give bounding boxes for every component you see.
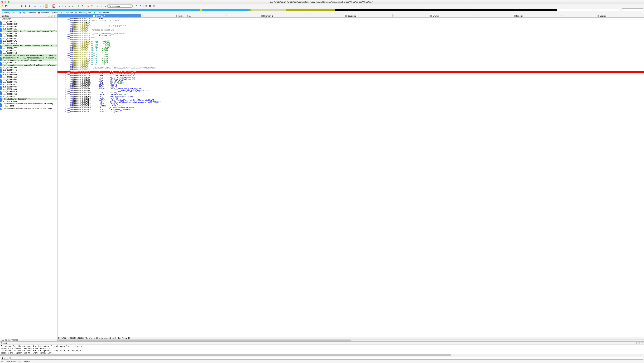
open-icon[interactable]: 📂 — [1, 4, 4, 7]
toolbar-icon[interactable]: ⎌ — [71, 4, 74, 7]
function-row[interactable]: fsub_1005F9260 — [0, 93, 57, 95]
dropdown-icon[interactable]: ▾ — [48, 4, 52, 7]
disasm-line[interactable]: __text:000000010191A374 var_300 = -0x300 — [58, 40, 644, 42]
function-row[interactable]: ftype metadata accessor for OS_dispatch_… — [0, 59, 57, 61]
nav-search-input[interactable] — [622, 8, 643, 11]
disasm-line[interactable]: __text:000000010191A3BC STLRB W22, [X8] — [58, 105, 644, 107]
functions-list[interactable]: fsub_1005F8DA0fsub_1005F8DBCfsub_1005F8D… — [0, 20, 57, 339]
disasm-line[interactable]: __text:000000010191A388 ADD X29, SP, #0x… — [58, 80, 644, 82]
disasm-line[interactable]: __text:000000010191A374 — [58, 69, 644, 71]
disasm-line[interactable]: __text:000000010191A3A8 BL _objc_autorel… — [58, 95, 644, 97]
disasm-line[interactable]: __text:000000010191A374 STP X28, X27, [S… — [58, 71, 644, 73]
disasm-line[interactable]: __text:000000010191A374 var_40 = -0x40 — [58, 55, 644, 57]
function-row[interactable]: fsub_1005F8DA0 — [0, 20, 57, 23]
function-row[interactable]: fsub_1005F8FA0 — [0, 61, 57, 64]
disasm-line[interactable]: __text:000000010191A374 var_58 = -0x58 — [58, 48, 644, 50]
disasm-line[interactable]: __text:000000010191A374 var_30 = -0x30 — [58, 57, 644, 59]
disasm-line[interactable]: __text:000000010191A374 — [58, 38, 644, 40]
function-row[interactable]: fsub_1005F8E0C — [0, 27, 57, 30]
nav-segment[interactable] — [200, 9, 202, 11]
disasm-line[interactable]: __text:000000010191A3CC STR D0, [X23] — [58, 111, 644, 112]
panel-close-icon[interactable]: × — [54, 15, 56, 17]
back-icon[interactable]: ← — [10, 4, 14, 7]
nav-segment[interactable] — [252, 9, 286, 11]
disasm-line[interactable]: __text:000000010191A374 ; Attributes: bp… — [58, 29, 644, 31]
function-row[interactable]: fsub_1005F8DBC — [0, 23, 57, 25]
disasm-line[interactable]: __text:000000010191A394 MOV X21, X0 — [58, 86, 644, 88]
toolbar-icon[interactable]: ⎙ — [33, 4, 36, 7]
function-row[interactable]: fsub_1005F8E60 — [0, 35, 57, 37]
function-row[interactable]: f-[ChartDataEntry description]_3 — [0, 98, 57, 100]
tab[interactable]: ×Enums — [392, 14, 476, 17]
panel-close-icon[interactable]: × — [641, 342, 643, 344]
disasm-line[interactable]: __text:000000010191A390 MOV X20, X1 — [58, 84, 644, 86]
panel-action-icon[interactable]: – — [635, 342, 637, 344]
function-row[interactable]: fsub_1005F8EA0 — [0, 40, 57, 42]
function-row[interactable]: fprotocol witness for ModalDetermination… — [0, 57, 57, 59]
toolbar-icon[interactable]: ▥ — [148, 4, 152, 7]
nav-segment[interactable] — [2, 9, 200, 11]
function-row[interactable]: fsub_1005F8FF4 — [0, 66, 57, 69]
output-hscrollbar[interactable] — [0, 354, 644, 356]
tab-close-icon[interactable]: × — [226, 15, 227, 17]
disassembly-view[interactable]: __text:000000010191A370 RET __text:00000… — [58, 17, 644, 337]
toolbar-icon[interactable]: ⎌ — [64, 4, 67, 7]
maximize-window-button[interactable] — [8, 1, 10, 3]
debugger-select[interactable]: No debugger — [108, 4, 132, 7]
disasm-line[interactable]: __text:000000010191A3C4 ADRL X23, qword_… — [58, 109, 644, 111]
tab[interactable]: ×Pseudocode-A — [141, 14, 225, 17]
close-window-button[interactable] — [2, 1, 3, 3]
disasm-line[interactable]: __text:000000010191A374 var_s0 = 0 — [58, 63, 644, 65]
run-icon[interactable]: ▶ — [96, 4, 99, 7]
tab-close-icon[interactable]: × — [561, 15, 562, 17]
tab[interactable]: ×Exports — [560, 14, 644, 17]
panel-action-icon[interactable]: □ — [638, 342, 640, 344]
disasm-line[interactable]: __text:000000010191A374 var_20 = -0x20 — [58, 59, 644, 61]
disasm-line[interactable]: __text:000000010191A374 EXPORT start — [58, 35, 644, 36]
function-row[interactable]: fprotocol witness for ModalDetermination… — [0, 54, 57, 57]
tab-close-icon[interactable]: × — [310, 15, 310, 17]
disasm-line[interactable]: __text:000000010191A374 ; FUNCTION CHUNK… — [58, 67, 644, 69]
disasm-line[interactable]: __text:000000010191A370 RET — [58, 17, 644, 19]
function-row[interactable]: fsub_1005F8E54 — [0, 32, 57, 35]
disasm-hscrollbar[interactable] — [58, 339, 644, 342]
function-row[interactable]: fsub_1005F8EB4 — [0, 42, 57, 44]
disasm-line[interactable]: __text:000000010191A374 var_48 = -0x48 — [58, 54, 644, 55]
step-icon[interactable]: ↷ — [135, 4, 138, 7]
disasm-line[interactable]: __text:000000010191A38C SUB SP, SP, #0x2… — [58, 82, 644, 84]
disasm-line[interactable]: __text:000000010191A374 — [58, 27, 644, 29]
toolbar-icon[interactable]: ⊞ — [20, 4, 23, 7]
forward-icon[interactable]: → — [14, 4, 18, 7]
function-row[interactable]: fnullsub_1187 — [0, 105, 57, 107]
tab[interactable]: ×Imports — [476, 14, 560, 17]
toolbar-icon[interactable]: ⟳ — [81, 4, 84, 7]
tab[interactable]: ×Structures — [309, 14, 392, 17]
nav-segment[interactable] — [335, 9, 557, 11]
function-row[interactable]: fsub_1005F937C — [0, 95, 57, 98]
panel-action-icon[interactable]: □ — [51, 15, 53, 17]
breakpoint-icon[interactable]: ● — [58, 4, 61, 7]
function-row[interactable]: f__protocol_witness_for_GenericConnectio… — [0, 44, 57, 47]
output-body[interactable]: The decompiler did not consider the segm… — [0, 345, 644, 354]
function-row[interactable]: f-[WAMultiSendPreviewViewController canL… — [0, 102, 57, 105]
disasm-line[interactable]: __text:000000010191A374 start — [58, 36, 644, 38]
tab-close-icon[interactable]: × — [142, 15, 143, 17]
function-row[interactable]: fsub_1005F9008 — [0, 78, 57, 81]
disasm-line[interactable]: __text:000000010191A374 var_2E8 = -0x2E8 — [58, 42, 644, 44]
toolbar-icon[interactable]: ✚ — [77, 4, 80, 7]
disasm-line[interactable]: __text:000000010191A374 var_50 = -0x50 — [58, 50, 644, 52]
minimize-window-button[interactable] — [4, 1, 6, 3]
save-icon[interactable]: 💾 — [5, 4, 8, 7]
function-row[interactable]: fsub_1005F9000 — [0, 73, 57, 76]
function-row[interactable]: fsub_1005F8F10 — [0, 52, 57, 54]
functions-col-header[interactable]: Function name — [0, 17, 57, 20]
down-arrow-icon[interactable]: ↓ — [39, 4, 42, 7]
nav-segment[interactable] — [249, 9, 252, 11]
disasm-line[interactable]: __text:000000010191A374 ; ==============… — [58, 25, 644, 27]
disasm-line[interactable]: __text:000000010191A3C0 BL _CFAbsoluteTi… — [58, 107, 644, 109]
disasm-line[interactable]: __text:000000010191A380 STP X20, X19, [S… — [58, 76, 644, 78]
disasm-line[interactable]: __text:000000010191A3A4 STUR X8, [X29,#v… — [58, 93, 644, 95]
nav-arrows-left[interactable]: ▲▼ — [0, 9, 2, 11]
disasm-line[interactable]: __text:000000010191A370 — [58, 21, 644, 23]
disasm-line[interactable]: __text:000000010191A374 var_10 = -0x10 — [58, 61, 644, 63]
